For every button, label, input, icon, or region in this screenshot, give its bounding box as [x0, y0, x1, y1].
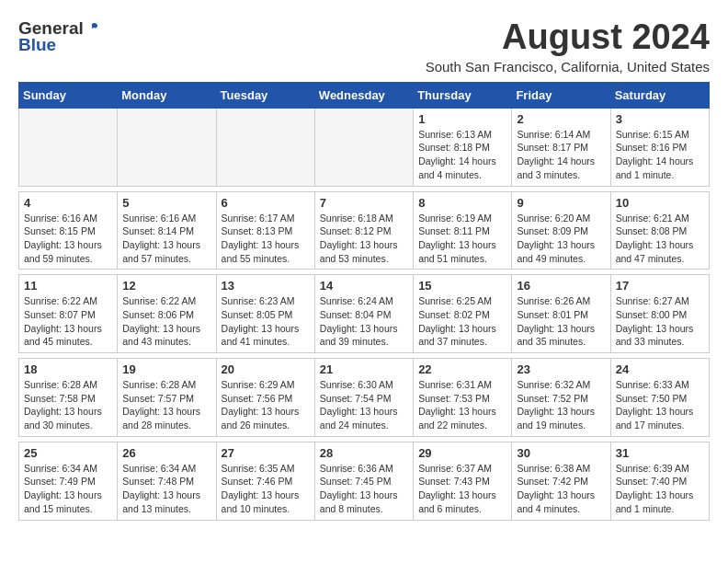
week-row-1: 1Sunrise: 6:13 AM Sunset: 8:18 PM Daylig… — [19, 108, 710, 186]
day-info: Sunrise: 6:20 AM Sunset: 8:09 PM Dayligh… — [517, 212, 605, 266]
day-cell: 25Sunrise: 6:34 AM Sunset: 7:49 PM Dayli… — [19, 442, 118, 520]
column-header-tuesday: Tuesday — [216, 82, 314, 108]
day-info: Sunrise: 6:37 AM Sunset: 7:43 PM Dayligh… — [418, 462, 506, 516]
day-info: Sunrise: 6:26 AM Sunset: 8:01 PM Dayligh… — [517, 294, 605, 349]
day-info: Sunrise: 6:35 AM Sunset: 7:46 PM Dayligh… — [222, 462, 310, 516]
day-info: Sunrise: 6:34 AM Sunset: 7:49 PM Dayligh… — [24, 462, 112, 516]
day-number: 15 — [418, 279, 506, 293]
day-number: 13 — [222, 279, 310, 293]
day-number: 30 — [517, 446, 605, 460]
calendar: SundayMondayTuesdayWednesdayThursdayFrid… — [18, 82, 710, 521]
day-cell: 5Sunrise: 6:16 AM Sunset: 8:14 PM Daylig… — [118, 191, 216, 270]
title-area: August 2024 South San Francisco, Califor… — [426, 18, 710, 75]
day-cell: 15Sunrise: 6:25 AM Sunset: 8:02 PM Dayli… — [414, 275, 512, 353]
day-info: Sunrise: 6:29 AM Sunset: 7:56 PM Dayligh… — [222, 378, 310, 432]
week-row-3: 11Sunrise: 6:22 AM Sunset: 8:07 PM Dayli… — [19, 275, 710, 353]
day-cell: 11Sunrise: 6:22 AM Sunset: 8:07 PM Dayli… — [19, 275, 118, 353]
week-row-5: 25Sunrise: 6:34 AM Sunset: 7:49 PM Dayli… — [19, 442, 710, 520]
day-number: 31 — [616, 446, 704, 460]
main-title: August 2024 — [426, 18, 710, 57]
day-number: 25 — [24, 446, 112, 460]
day-number: 23 — [517, 362, 605, 376]
day-cell: 22Sunrise: 6:31 AM Sunset: 7:53 PM Dayli… — [414, 359, 512, 437]
day-number: 17 — [616, 279, 704, 293]
header: General Blue August 2024 South San Franc… — [18, 18, 710, 75]
day-cell: 13Sunrise: 6:23 AM Sunset: 8:05 PM Dayli… — [216, 275, 314, 353]
day-cell: 6Sunrise: 6:17 AM Sunset: 8:13 PM Daylig… — [216, 191, 314, 270]
day-cell: 19Sunrise: 6:28 AM Sunset: 7:57 PM Dayli… — [118, 359, 216, 437]
week-row-2: 4Sunrise: 6:16 AM Sunset: 8:15 PM Daylig… — [19, 191, 710, 270]
day-info: Sunrise: 6:16 AM Sunset: 8:14 PM Dayligh… — [122, 212, 210, 266]
day-info: Sunrise: 6:33 AM Sunset: 7:50 PM Dayligh… — [616, 378, 704, 432]
day-number: 29 — [418, 446, 506, 460]
day-info: Sunrise: 6:18 AM Sunset: 8:12 PM Dayligh… — [320, 212, 408, 266]
day-info: Sunrise: 6:16 AM Sunset: 8:15 PM Dayligh… — [24, 212, 112, 266]
day-number: 6 — [222, 196, 310, 210]
day-number: 2 — [517, 112, 605, 126]
column-header-wednesday: Wednesday — [314, 82, 413, 108]
day-cell: 28Sunrise: 6:36 AM Sunset: 7:45 PM Dayli… — [314, 442, 413, 520]
day-cell: 23Sunrise: 6:32 AM Sunset: 7:52 PM Dayli… — [512, 359, 610, 437]
column-header-thursday: Thursday — [414, 82, 512, 108]
column-header-friday: Friday — [512, 82, 610, 108]
day-cell: 27Sunrise: 6:35 AM Sunset: 7:46 PM Dayli… — [216, 442, 314, 520]
day-info: Sunrise: 6:25 AM Sunset: 8:02 PM Dayligh… — [418, 294, 506, 349]
day-info: Sunrise: 6:19 AM Sunset: 8:11 PM Dayligh… — [418, 212, 506, 266]
day-number: 11 — [24, 279, 112, 293]
day-number: 20 — [222, 362, 310, 376]
day-cell: 10Sunrise: 6:21 AM Sunset: 8:08 PM Dayli… — [610, 191, 709, 270]
day-number: 24 — [616, 362, 704, 376]
day-number: 1 — [418, 112, 506, 126]
day-info: Sunrise: 6:15 AM Sunset: 8:16 PM Dayligh… — [616, 128, 704, 182]
day-info: Sunrise: 6:22 AM Sunset: 8:06 PM Dayligh… — [122, 294, 210, 349]
day-number: 5 — [122, 196, 210, 210]
column-header-sunday: Sunday — [19, 82, 118, 108]
day-number: 8 — [418, 196, 506, 210]
day-info: Sunrise: 6:23 AM Sunset: 8:05 PM Dayligh… — [222, 294, 310, 349]
week-row-4: 18Sunrise: 6:28 AM Sunset: 7:58 PM Dayli… — [19, 359, 710, 437]
day-number: 7 — [320, 196, 408, 210]
day-number: 18 — [24, 362, 112, 376]
day-info: Sunrise: 6:31 AM Sunset: 7:53 PM Dayligh… — [418, 378, 506, 432]
day-info: Sunrise: 6:39 AM Sunset: 7:40 PM Dayligh… — [616, 462, 704, 516]
day-cell: 20Sunrise: 6:29 AM Sunset: 7:56 PM Dayli… — [216, 359, 314, 437]
day-cell: 9Sunrise: 6:20 AM Sunset: 8:09 PM Daylig… — [512, 191, 610, 270]
day-number: 19 — [122, 362, 210, 376]
subtitle: South San Francisco, California, United … — [426, 59, 710, 75]
day-number: 26 — [122, 446, 210, 460]
day-number: 4 — [24, 196, 112, 210]
day-number: 27 — [222, 446, 310, 460]
day-cell: 17Sunrise: 6:27 AM Sunset: 8:00 PM Dayli… — [610, 275, 709, 353]
day-info: Sunrise: 6:36 AM Sunset: 7:45 PM Dayligh… — [320, 462, 408, 516]
day-info: Sunrise: 6:28 AM Sunset: 7:58 PM Dayligh… — [24, 378, 112, 432]
day-number: 12 — [122, 279, 210, 293]
day-info: Sunrise: 6:28 AM Sunset: 7:57 PM Dayligh… — [122, 378, 210, 432]
day-cell: 8Sunrise: 6:19 AM Sunset: 8:11 PM Daylig… — [414, 191, 512, 270]
calendar-header-row: SundayMondayTuesdayWednesdayThursdayFrid… — [19, 82, 710, 108]
day-cell: 12Sunrise: 6:22 AM Sunset: 8:06 PM Dayli… — [118, 275, 216, 353]
day-cell — [19, 108, 118, 186]
day-number: 22 — [418, 362, 506, 376]
day-cell: 31Sunrise: 6:39 AM Sunset: 7:40 PM Dayli… — [610, 442, 709, 520]
day-info: Sunrise: 6:13 AM Sunset: 8:18 PM Dayligh… — [418, 128, 506, 182]
column-header-monday: Monday — [118, 82, 216, 108]
day-number: 21 — [320, 362, 408, 376]
day-cell: 2Sunrise: 6:14 AM Sunset: 8:17 PM Daylig… — [512, 108, 610, 186]
day-cell: 16Sunrise: 6:26 AM Sunset: 8:01 PM Dayli… — [512, 275, 610, 353]
day-cell: 14Sunrise: 6:24 AM Sunset: 8:04 PM Dayli… — [314, 275, 413, 353]
day-cell: 3Sunrise: 6:15 AM Sunset: 8:16 PM Daylig… — [610, 108, 709, 186]
day-info: Sunrise: 6:22 AM Sunset: 8:07 PM Dayligh… — [24, 294, 112, 349]
day-cell: 29Sunrise: 6:37 AM Sunset: 7:43 PM Dayli… — [414, 442, 512, 520]
day-cell: 24Sunrise: 6:33 AM Sunset: 7:50 PM Dayli… — [610, 359, 709, 437]
day-cell: 18Sunrise: 6:28 AM Sunset: 7:58 PM Dayli… — [19, 359, 118, 437]
day-number: 28 — [320, 446, 408, 460]
day-cell: 21Sunrise: 6:30 AM Sunset: 7:54 PM Dayli… — [314, 359, 413, 437]
day-info: Sunrise: 6:30 AM Sunset: 7:54 PM Dayligh… — [320, 378, 408, 432]
day-number: 14 — [320, 279, 408, 293]
day-cell: 30Sunrise: 6:38 AM Sunset: 7:42 PM Dayli… — [512, 442, 610, 520]
day-cell: 7Sunrise: 6:18 AM Sunset: 8:12 PM Daylig… — [314, 191, 413, 270]
day-cell — [314, 108, 413, 186]
day-info: Sunrise: 6:14 AM Sunset: 8:17 PM Dayligh… — [517, 128, 605, 182]
day-number: 10 — [616, 196, 704, 210]
day-info: Sunrise: 6:34 AM Sunset: 7:48 PM Dayligh… — [122, 462, 210, 516]
